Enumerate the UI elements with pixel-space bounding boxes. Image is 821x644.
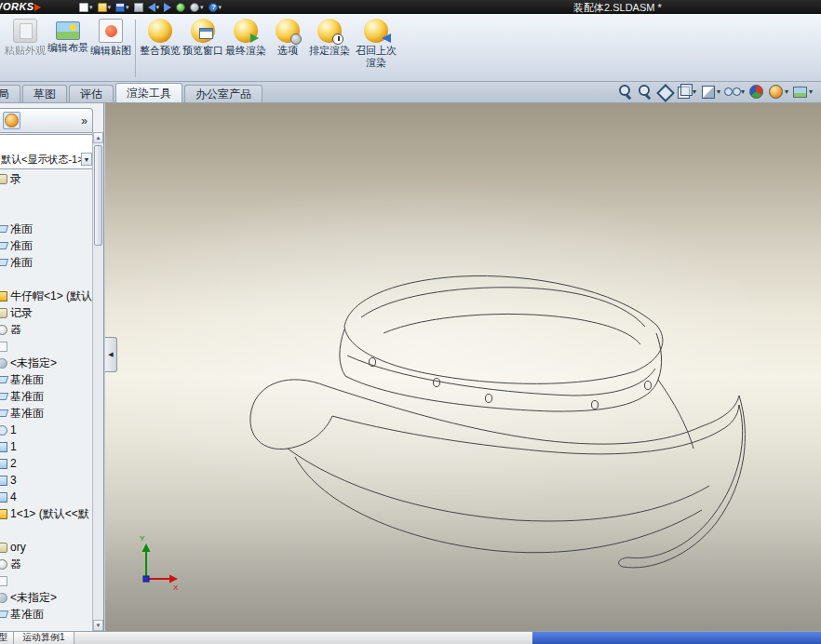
schedule-render-icon	[317, 19, 342, 43]
tree-item[interactable]: 录	[0, 170, 92, 187]
view-orientation-icon	[676, 84, 692, 100]
new-document-dropdown-caret[interactable]: ▾	[89, 4, 93, 11]
tree-item-label: 基准面	[10, 389, 44, 405]
zoom-to-fit-button[interactable]	[616, 84, 634, 100]
configuration-area: 默认<显示状态-1> ▼	[0, 134, 94, 169]
render-options-button[interactable]: 选项	[267, 17, 308, 57]
plane-icon	[0, 610, 8, 618]
redo-icon	[164, 3, 171, 12]
panel-collapse-tab[interactable]: ◀	[105, 337, 117, 372]
feature-icon	[0, 492, 7, 503]
final-render-icon	[234, 19, 258, 43]
undo-dropdown-caret[interactable]: ▾	[156, 4, 160, 11]
tree-item[interactable]: 牛仔帽<1> (默认<	[0, 288, 92, 304]
zoom-to-area-button[interactable]	[636, 84, 653, 100]
tab-3[interactable]: 评估	[69, 85, 114, 102]
view-settings-button[interactable]: ▾	[791, 85, 814, 100]
tree-item[interactable]: 记录	[0, 304, 92, 321]
scroll-down-icon[interactable]: ▼	[93, 620, 103, 631]
history-icon	[0, 543, 7, 553]
section-view-button[interactable]	[655, 84, 673, 100]
tree-item[interactable]: <未指定>	[0, 355, 92, 371]
open-dropdown-caret[interactable]: ▾	[108, 4, 112, 11]
status-tab-2[interactable]: 运动算例1	[14, 632, 74, 644]
apply-scene-button[interactable]: ▾	[767, 84, 789, 100]
integrated-preview-button[interactable]: 整合预览	[139, 17, 182, 57]
display-style-button[interactable]: ▾	[699, 84, 721, 100]
options-button[interactable]: ▾	[189, 1, 205, 13]
tree-item[interactable]: 准面	[0, 237, 92, 254]
zoom-to-fit-icon	[617, 84, 633, 100]
tab-1[interactable]: 局	[0, 85, 20, 102]
panel-expand-button[interactable]: »	[81, 114, 87, 127]
hat-brim-front-edge	[332, 416, 721, 454]
tree-item[interactable]: 基准面	[0, 388, 92, 405]
chevron-down-icon[interactable]: ▼	[81, 153, 92, 166]
tree-item[interactable]: 基准面	[0, 371, 92, 388]
print-button[interactable]	[133, 1, 144, 13]
tree-item[interactable]: 1	[0, 422, 92, 438]
tree-item[interactable]: 器	[0, 321, 92, 338]
apply-scene-dropdown-caret[interactable]: ▾	[785, 87, 788, 96]
edit-scene-button[interactable]: 编辑布景	[47, 17, 89, 54]
tree-item[interactable]: 基准面	[0, 405, 92, 422]
panel-scrollbar[interactable]: ▲ ▼	[92, 132, 103, 631]
redo-button[interactable]	[163, 1, 172, 13]
tree-item[interactable]: 准面	[0, 254, 92, 271]
tree-item[interactable]: ory	[0, 539, 92, 556]
tree-item[interactable]: 器	[0, 556, 92, 572]
configuration-dropdown[interactable]: 默认<显示状态-1> ▼	[1, 151, 92, 168]
recall-last-render-button[interactable]: 召回上次渲染	[351, 17, 401, 69]
tree-item[interactable]: 准面	[0, 221, 92, 237]
feature-manager-panel: » 默认<显示状态-1> ▼ 录准面准面准面牛仔帽<1> (默认<记录器<未指定…	[0, 103, 104, 631]
tree-item[interactable]: 2	[0, 455, 92, 472]
tab-4[interactable]: 渲染工具	[115, 83, 182, 102]
open-button[interactable]: ▾	[97, 1, 113, 13]
scrollbar-thumb[interactable]	[94, 145, 102, 246]
hat-brim-tail-tip	[619, 557, 628, 567]
tree-item[interactable]: <未指定>	[0, 589, 92, 606]
hide-show-items-dropdown-caret[interactable]: ▾	[741, 87, 745, 96]
triad-x-label: X	[173, 584, 179, 592]
tree-item[interactable]: 1<1> (默认<<默	[0, 505, 92, 522]
tree-item[interactable]: 1	[0, 438, 92, 455]
panel-header: »	[0, 108, 93, 133]
rebuild-button[interactable]	[175, 1, 186, 13]
scroll-up-icon[interactable]: ▲	[93, 132, 103, 143]
help-button[interactable]: ▾	[208, 1, 223, 13]
command-tabs: 局草图评估渲染工具办公室产品	[0, 83, 264, 102]
display-manager-tab[interactable]	[3, 112, 20, 129]
schedule-render-button[interactable]: 排定渲染	[308, 17, 351, 57]
final-render-button[interactable]: 最终渲染	[224, 17, 267, 57]
status-tab-1[interactable]: 型	[0, 632, 14, 644]
final-render-overlay-icon	[250, 34, 259, 43]
edit-appearance-button[interactable]	[747, 84, 765, 100]
tab-2[interactable]: 草图	[22, 85, 67, 102]
schedule-render-overlay-icon	[332, 34, 343, 45]
help-dropdown-caret[interactable]: ▾	[219, 4, 222, 11]
hide-show-items-button[interactable]: ▾	[723, 84, 746, 100]
view-settings-dropdown-caret[interactable]: ▾	[809, 87, 813, 96]
plane-icon	[0, 225, 8, 233]
view-orientation-dropdown-caret[interactable]: ▾	[693, 87, 696, 96]
options-dropdown-caret[interactable]: ▾	[200, 4, 204, 11]
save-dropdown-caret[interactable]: ▾	[126, 4, 129, 11]
tree-item[interactable]: 4	[0, 489, 92, 505]
save-button[interactable]: ▾	[114, 1, 130, 13]
display-style-dropdown-caret[interactable]: ▾	[717, 87, 720, 96]
edit-decal-button[interactable]: 编辑贴图	[89, 17, 132, 57]
graphics-viewport[interactable]: Y X	[105, 103, 821, 631]
paste-appearance-button[interactable]: 粘贴外观	[4, 17, 47, 57]
preview-window-button[interactable]: 预览窗口	[182, 17, 224, 57]
solidworks-logo-arrow-icon	[34, 4, 41, 11]
triad-y-label: Y	[140, 534, 145, 543]
tree-item[interactable]: 基准面	[0, 606, 92, 623]
view-orientation-button[interactable]: ▾	[675, 84, 697, 100]
undo-button[interactable]: ▾	[147, 1, 161, 13]
new-document-button[interactable]: ▾	[78, 1, 94, 13]
plane-icon	[0, 242, 8, 249]
tree-item-label: 记录	[10, 305, 33, 321]
tree-item[interactable]: 3	[0, 472, 92, 489]
tree-item-label: 牛仔帽<1> (默认<	[10, 288, 92, 304]
tab-5[interactable]: 办公室产品	[184, 85, 262, 102]
